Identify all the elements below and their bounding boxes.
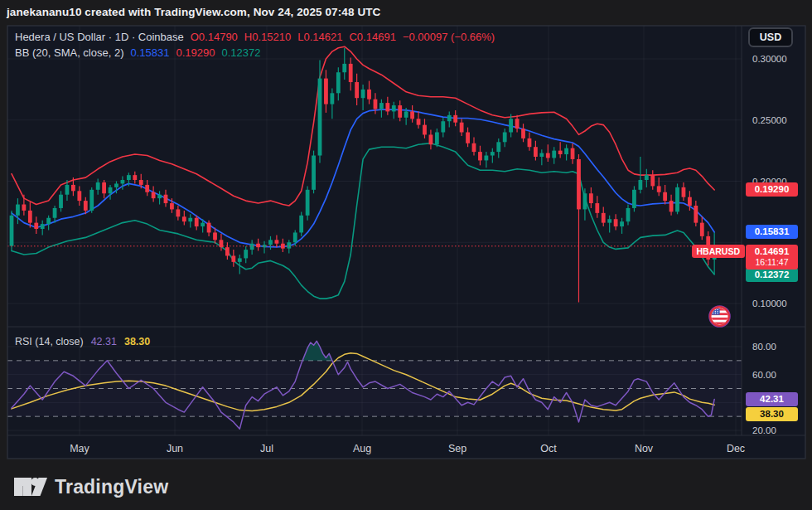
bb-lower-value: 0.12372 xyxy=(222,46,261,59)
ohlc-change: −0.00097 (−0.66%) xyxy=(403,31,495,43)
bb-indicator-title: BB (20, SMA, close, 2) xyxy=(15,46,124,59)
rsi-ma-value: 38.30 xyxy=(124,336,150,347)
symbol-title: Hedera / US Dollar · 1D · Coinbase xyxy=(15,31,184,43)
rsi-ma-value-badge: 38.30 xyxy=(746,407,798,421)
rsi-legend-row[interactable]: RSI (14, close) 42.31 38.30 xyxy=(15,336,150,347)
time-axis-label-dec: Dec xyxy=(727,443,745,454)
rsi-axis-label: 80.00 xyxy=(752,341,776,352)
price-axis-label: 0.10000 xyxy=(752,298,787,309)
price-axis-label: 0.25000 xyxy=(752,114,787,126)
bb-basis-value: 0.15831 xyxy=(131,46,170,59)
bb-legend-row[interactable]: BB (20, SMA, close, 2) 0.15831 0.19290 0… xyxy=(15,46,261,59)
time-axis-label-may: May xyxy=(70,443,89,454)
time-axis-label-nov: Nov xyxy=(635,443,653,454)
tradingview-logo-icon xyxy=(14,474,47,500)
time-axis-label-aug: Aug xyxy=(353,443,371,454)
rsi-value-badge: 42.31 xyxy=(746,392,798,406)
time-axis-label-jun: Jun xyxy=(167,443,183,454)
attribution-text: janekananu10 created with TradingView.co… xyxy=(7,6,380,18)
time-axis-label-oct: Oct xyxy=(540,443,556,454)
time-axis-label-jul: Jul xyxy=(260,443,273,454)
bb-upper-value: 0.19290 xyxy=(176,46,215,59)
ohlc-high: H0.15210 xyxy=(244,31,291,43)
last-price-value: 0.14691 xyxy=(746,246,798,256)
time-axis[interactable] xyxy=(7,435,742,459)
symbol-legend-row[interactable]: Hedera / US Dollar · 1D · Coinbase O0.14… xyxy=(15,31,495,43)
currency-toggle-button[interactable]: USD xyxy=(748,27,793,47)
bb-upper-price-badge: 0.19290 xyxy=(746,182,798,197)
tradingview-logo[interactable]: TradingView xyxy=(14,474,168,500)
ohlc-open: O0.14790 xyxy=(191,31,238,43)
bb-basis-price-badge: 0.15831 xyxy=(746,225,798,239)
rsi-axis-label: 60.00 xyxy=(752,369,776,381)
rsi-axis-label: 20.00 xyxy=(752,425,776,436)
price-chart-pane[interactable] xyxy=(7,26,742,327)
ohlc-low: L0.14621 xyxy=(297,31,342,43)
symbol-price-tag: HBARUSD xyxy=(692,245,746,258)
publisher-flag-avatar-icon[interactable] xyxy=(708,305,731,328)
tradingview-logo-text: TradingView xyxy=(55,476,168,498)
last-price-badge: 0.14691 16:11:47 xyxy=(746,245,798,270)
rsi-value: 42.31 xyxy=(91,336,117,347)
price-axis-label: 0.30000 xyxy=(752,53,787,65)
ohlc-close: C0.14691 xyxy=(349,31,395,43)
bb-lower-price-badge: 0.12372 xyxy=(746,268,798,282)
time-axis-label-sep: Sep xyxy=(448,443,466,454)
rsi-indicator-title: RSI (14, close) xyxy=(15,336,84,347)
countdown-timer: 16:11:47 xyxy=(746,257,798,267)
